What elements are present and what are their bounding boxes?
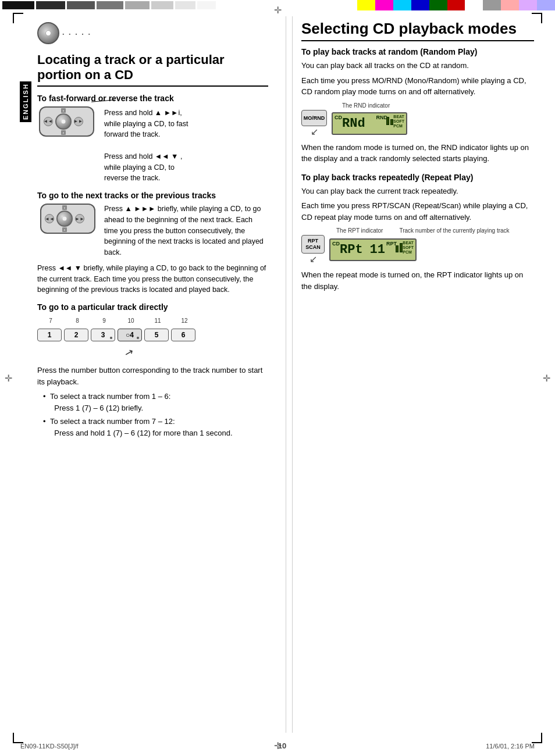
section1-title: To fast-forward or reverse the track [37, 94, 268, 103]
rpt-lcd-cd-label: CD [332, 241, 340, 247]
section-random-play: To play back tracks at random (Random Pl… [301, 47, 534, 165]
footer-right: 11/6/01, 2:16 PM [486, 743, 535, 750]
rnd-lcd-icons: BEAT SOFT PCM [393, 115, 404, 128]
section2-text1: Press ▲ ►►► briefly, while playing a CD,… [104, 204, 268, 258]
rnd-lcd-display: CD RND RNd BEAT SOFT PCM [332, 112, 407, 135]
rpt-lcd-icons: BEAT SOFT PCM [403, 241, 414, 254]
rpt-lcd-num: 11 [370, 243, 385, 257]
prev-btn: ◄◄ [44, 117, 53, 126]
cd-player-diagram-2: ◄◄ ∨ ∧ ►► [37, 204, 98, 234]
mornd-button: MO/RND [301, 110, 327, 126]
crosshair-top: ✛ [274, 5, 282, 16]
rnd-indicator-label: The RND indicator [342, 102, 390, 109]
section-fast-forward: To fast-forward or reverse the track ◄◄ … [37, 94, 268, 184]
rpt-lcd-display: CD RPT RPt 11 BEAT SOFT PCM [329, 238, 417, 261]
rnd-lcd-text: RNd [342, 116, 365, 131]
section-repeat-play: To play back tracks repeatedly (Repeat P… [301, 173, 534, 293]
num-btn-6: 6 [171, 329, 195, 341]
num-btn-4: ○4 [118, 329, 142, 341]
track-label-10: 10 [119, 318, 143, 324]
rptscan-arrow: ↙ [309, 254, 317, 265]
track-label-7: 7 [38, 318, 63, 324]
section1-text1: Press and hold ▲ ►►i, while playing a CD… [104, 108, 268, 184]
track-num-label: Track number of the currently playing tr… [399, 227, 509, 234]
track-label-11: 11 [145, 318, 170, 324]
crosshair-right: ✛ [543, 373, 550, 384]
page-footer: EN09-11KD-S50[J]/f 10 11/6/01, 2:16 PM [20, 741, 535, 750]
rpt-lcd-text: RPt [340, 243, 363, 257]
footer-page-number: 10 [278, 741, 286, 750]
num-btn-3: 3 [91, 329, 115, 341]
bullet-item-1: To select a track number from 1 – 6: Pre… [43, 391, 268, 413]
next-btn: ►► [74, 117, 83, 126]
random-play-text1: You can play back all tracks on the CD a… [301, 60, 534, 72]
rnd-diagram: The RND indicator MO/RND ↙ CD RND RNd [301, 102, 534, 137]
rnd-lcd-bars [386, 117, 393, 125]
cd-icon-area: · · · · · [37, 22, 268, 44]
random-play-text3: When the random mode is turned on, the R… [301, 142, 534, 165]
right-main-title: Selecting CD playback modes [301, 20, 534, 41]
repeat-play-text2: Each time you press RPT/SCAN (Repeat/Sca… [301, 200, 534, 223]
section3-title: To go to a particular track directly [37, 302, 268, 312]
crosshair-left: ✛ [5, 373, 12, 384]
track-bullet-list: To select a track number from 1 – 6: Pre… [43, 391, 268, 438]
section2-text2: Press ◄◄ ▼ briefly, while playing a CD, … [37, 263, 268, 295]
repeat-play-text3: When the repeat mode is turned on, the R… [301, 269, 534, 292]
track-buttons-area: 7 8 9 10 11 12 1 2 3 ○4 [37, 318, 268, 359]
rpt-indicator-label: The RPT indicator [336, 227, 383, 234]
num-btn-1: 1 [37, 329, 62, 341]
rpt-diagram: The RPT indicator Track number of the cu… [301, 227, 534, 265]
num-btn-2: 2 [64, 329, 88, 341]
rpt-lcd-bars [396, 243, 403, 252]
random-play-title: To play back tracks at random (Random Pl… [301, 47, 534, 56]
track-arrow: ↗ [123, 345, 134, 359]
left-main-title: Locating a track or a particular portion… [37, 52, 268, 87]
rnd-lcd-cd-label: CD [335, 115, 342, 120]
bullet-item-2: To select a track number from 7 – 12: Pr… [43, 416, 268, 438]
cd-dots: · · · · · [62, 27, 91, 40]
num-btn-5: 5 [144, 329, 169, 341]
track-label-8: 8 [65, 318, 90, 324]
random-play-text2: Each time you press MO/RND (Mono/Random)… [301, 75, 534, 98]
track-label-9: 9 [92, 318, 116, 324]
repeat-play-text1: You can play back the current track repe… [301, 186, 534, 197]
section2-title: To go to the next tracks or the previous… [37, 191, 268, 200]
section3-text-main: Press the number button corresponding to… [37, 365, 268, 387]
mornd-arrow: ↙ [311, 126, 318, 137]
track-label-12: 12 [172, 318, 197, 324]
rptscan-button: RPT SCAN [301, 235, 325, 254]
repeat-play-title: To play back tracks repeatedly (Repeat P… [301, 173, 534, 182]
footer-left: EN09-11KD-S50[J]/f [20, 743, 79, 750]
section-next-prev: To go to the next tracks or the previous… [37, 191, 268, 295]
num-buttons-row: 1 2 3 ○4 5 6 [37, 329, 268, 341]
cd-player-diagram-1: ◄◄ ∨ ∧ ►► [37, 106, 98, 137]
section-particular-track: To go to a particular track directly 7 8… [37, 302, 268, 438]
cd-icon [37, 22, 59, 44]
